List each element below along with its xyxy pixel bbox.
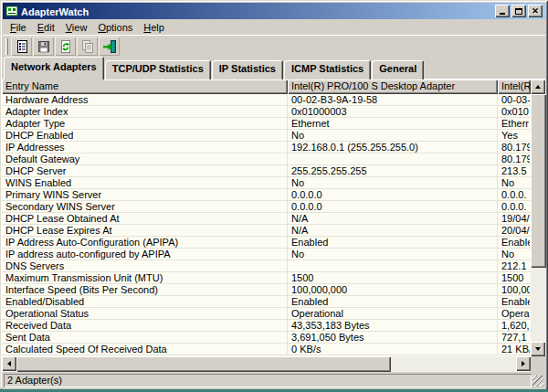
app-icon[interactable] xyxy=(5,5,18,17)
table-row[interactable]: Enabled/Disabled Enabled Enable xyxy=(2,296,531,308)
vertical-scroll-thumb[interactable] xyxy=(531,94,546,268)
adapter-1-value-cell: No xyxy=(288,130,498,141)
report-icon xyxy=(15,39,29,54)
report-button[interactable] xyxy=(11,37,32,56)
scroll-right-button[interactable] xyxy=(516,356,531,371)
adapter-1-value-cell: 100,000,000 xyxy=(288,284,498,295)
maximize-button[interactable] xyxy=(511,5,526,17)
tab-ip-statistics[interactable]: IP Statistics xyxy=(212,60,283,79)
adapter-2-value-cell: Opera xyxy=(498,308,530,319)
table-row[interactable]: Operational Status Operational Opera xyxy=(2,308,531,320)
column-header-adapter-2[interactable]: Intel(R xyxy=(498,79,531,94)
table-row[interactable]: Primary WINS Server 0.0.0.0 0.0.0. xyxy=(2,189,531,201)
tab-tcp-udp-statistics[interactable]: TCP/UDP Statistics xyxy=(105,60,211,79)
adapter-1-value-cell xyxy=(288,154,498,164)
table-row[interactable]: DHCP Enabled No Yes xyxy=(2,130,531,142)
menu-help[interactable]: Help xyxy=(138,20,170,35)
adapter-2-value-cell: 727,1 xyxy=(498,332,530,343)
tab-network-adapters[interactable]: Network Adapters xyxy=(4,57,104,79)
adapter-2-value-cell: 80.179 xyxy=(498,142,530,153)
menu-options[interactable]: Options xyxy=(92,20,138,35)
table-row[interactable]: Interface Speed (Bits Per Second) 100,00… xyxy=(2,284,531,296)
table-row[interactable]: Default Gateway 80.179 xyxy=(2,154,531,165)
minimize-button[interactable] xyxy=(495,5,510,17)
adapter-2-value-cell: No xyxy=(498,177,530,188)
menu-edit[interactable]: Edit xyxy=(32,20,60,35)
entry-name-cell: Adapter Index xyxy=(2,106,288,117)
adapter-1-value-cell: 0x01000003 xyxy=(288,106,498,117)
entry-name-cell: Hardware Address xyxy=(2,94,288,105)
adapter-2-value-cell: 1500 xyxy=(498,272,530,283)
toolbar xyxy=(3,35,545,57)
column-header-entry-name[interactable]: Entry Name xyxy=(2,79,288,94)
adapter-2-value-cell: No xyxy=(498,249,530,260)
adapter-1-value-cell: 3,691,050 Bytes xyxy=(288,332,498,343)
scroll-up-button[interactable] xyxy=(531,79,545,94)
table-row[interactable]: IP Addresses 192.168.0.1 (255.255.255.0)… xyxy=(2,142,531,154)
table-row[interactable]: IP address auto-configured by APIPA No N… xyxy=(2,249,531,260)
refresh-button[interactable] xyxy=(55,37,76,56)
entry-name-cell: Interface Speed (Bits Per Second) xyxy=(2,284,288,295)
scroll-down-button[interactable] xyxy=(531,342,545,356)
close-icon: ✕ xyxy=(532,7,539,16)
table-row[interactable]: DNS Servers 212.1 xyxy=(2,260,531,272)
exit-button[interactable] xyxy=(99,37,120,56)
minimize-icon xyxy=(500,13,505,15)
title-bar[interactable]: AdapterWatch ✕ xyxy=(3,3,545,19)
table-row[interactable]: Secondary WINS Server 0.0.0.0 0.0.0. xyxy=(2,201,531,213)
menu-file[interactable]: File xyxy=(5,20,32,35)
scroll-left-button[interactable] xyxy=(2,356,16,371)
adapter-1-value-cell: N/A xyxy=(288,225,498,236)
close-button[interactable]: ✕ xyxy=(528,5,543,17)
table-row[interactable]: Hardware Address 00-02-B3-9A-19-58 00-03… xyxy=(2,94,531,106)
table-row[interactable]: DHCP Lease Expires At N/A 20/04/ xyxy=(2,225,531,237)
table-row[interactable]: DHCP Server 255.255.255.255 213.5 xyxy=(2,165,531,177)
tab-strip: Network Adapters TCP/UDP Statistics IP S… xyxy=(3,57,545,79)
entry-name-cell: IP Addresses xyxy=(2,142,288,153)
save-icon xyxy=(37,39,51,54)
entry-name-cell: Default Gateway xyxy=(2,154,288,164)
entry-name-cell: Calculated Speed Of Received Data xyxy=(2,344,288,355)
tab-icmp-statistics[interactable]: ICMP Statistics xyxy=(284,60,371,79)
adapters-listview: Entry Name Intel(R) PRO/100 S Desktop Ad… xyxy=(2,79,546,372)
adapter-2-value-cell: 213.5 xyxy=(498,165,530,176)
adapter-2-value-cell: Yes xyxy=(498,130,530,141)
table-row[interactable]: WINS Enabled No No xyxy=(2,177,531,189)
adapter-1-value-cell: No xyxy=(288,177,498,188)
table-row[interactable]: Maximum Transmission Unit (MTU) 1500 150… xyxy=(2,272,531,284)
table-row[interactable]: Calculated Speed Of Received Data 0 KB/s… xyxy=(2,344,531,355)
adapter-1-value-cell: Operational xyxy=(288,308,498,319)
resize-grip[interactable] xyxy=(532,376,543,387)
toolbar-grip[interactable] xyxy=(5,38,8,55)
entry-name-cell: IP address auto-configured by APIPA xyxy=(2,249,288,260)
entry-name-cell: IP Address Auto-Configuration (APIPA) xyxy=(2,237,288,248)
table-row[interactable]: Sent Data 3,691,050 Bytes 727,1 xyxy=(2,332,531,344)
window-title: AdapterWatch xyxy=(21,5,495,17)
menu-bar: File Edit View Options Help xyxy=(3,19,545,35)
adapter-1-value-cell: Enabled xyxy=(288,296,498,307)
table-row[interactable]: Adapter Type Ethernet Etherr xyxy=(2,118,531,130)
adapter-1-value-cell: 43,353,183 Bytes xyxy=(288,320,498,331)
tab-general[interactable]: General xyxy=(372,60,424,79)
adapter-2-value-cell: 20/04/ xyxy=(498,225,530,236)
adapter-1-value-cell: 0.0.0.0 xyxy=(288,189,498,200)
save-button[interactable] xyxy=(33,37,54,56)
horizontal-scrollbar[interactable] xyxy=(2,356,531,372)
adapter-2-value-cell: 212.1 xyxy=(498,260,530,271)
vertical-scrollbar[interactable] xyxy=(531,79,546,356)
copy-button[interactable] xyxy=(77,37,98,56)
adapter-1-value-cell: 0 KB/s xyxy=(288,344,498,355)
column-header-adapter-1[interactable]: Intel(R) PRO/100 S Desktop Adapter xyxy=(288,79,498,94)
horizontal-scroll-thumb[interactable] xyxy=(16,356,391,372)
entry-name-cell: Operational Status xyxy=(2,308,288,319)
table-row[interactable]: IP Address Auto-Configuration (APIPA) En… xyxy=(2,237,531,249)
table-row[interactable]: Adapter Index 0x01000003 0x010 xyxy=(2,106,531,118)
adapter-2-value-cell: 80.179 xyxy=(498,154,530,164)
arrow-right-icon xyxy=(522,361,525,366)
adapter-2-value-cell: 0x010 xyxy=(498,106,530,117)
menu-view[interactable]: View xyxy=(60,20,93,35)
entry-name-cell: WINS Enabled xyxy=(2,177,288,188)
table-row[interactable]: DHCP Lease Obtained At N/A 19/04/ xyxy=(2,213,531,225)
table-row[interactable]: Received Data 43,353,183 Bytes 1,620, xyxy=(2,320,531,332)
adapter-2-value-cell: 100,00 xyxy=(498,284,530,295)
